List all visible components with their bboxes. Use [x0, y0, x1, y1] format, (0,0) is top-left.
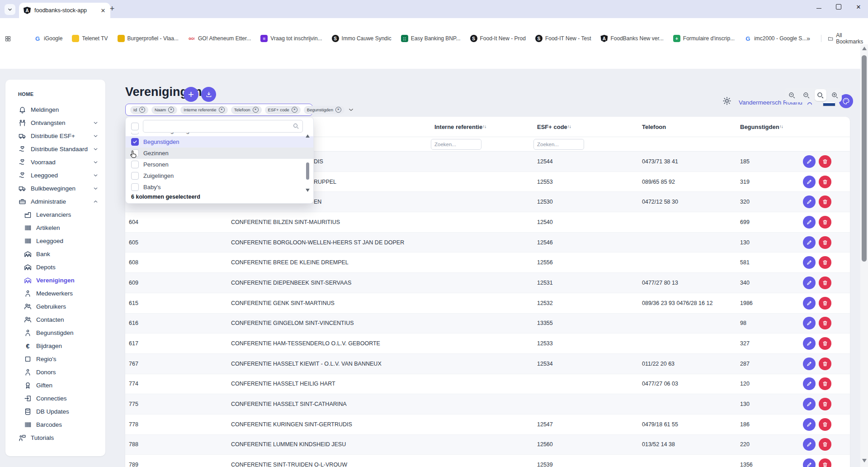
chip-remove-icon[interactable]: ✕ — [139, 107, 145, 113]
bookmark-item[interactable]: SFood-IT New - Test — [535, 35, 591, 42]
chip-remove-icon[interactable]: ✕ — [168, 107, 174, 113]
sidebar-item-tutorials[interactable]: Tutorials — [5, 431, 105, 444]
bookmark-item[interactable]: +Formulaire d'inscrip... — [673, 35, 735, 42]
bookmarks-overflow-button[interactable]: » — [807, 35, 810, 42]
chip-remove-icon[interactable]: ✕ — [292, 107, 297, 113]
column-header-esf-code[interactable]: ESF+ code↑↓ — [533, 124, 638, 130]
sidebar-item-voorraad[interactable]: Voorraad — [5, 156, 105, 169]
checkbox[interactable] — [131, 172, 139, 180]
zoom-out-button[interactable] — [786, 89, 798, 101]
bookmark-item[interactable]: Telenet TV — [72, 35, 108, 42]
delete-button[interactable] — [819, 458, 831, 467]
sidebar-item-barcodes[interactable]: Barcodes — [5, 418, 105, 431]
edit-button[interactable] — [803, 458, 816, 467]
column-header-begunstigden[interactable]: Begunstigden↑↓ — [736, 124, 799, 130]
dropdown-scrollbar[interactable] — [306, 134, 310, 192]
delete-button[interactable] — [819, 216, 831, 229]
delete-button[interactable] — [819, 276, 831, 289]
checkbox[interactable] — [131, 183, 139, 191]
window-minimize-button[interactable] — [816, 4, 822, 10]
edit-button[interactable] — [803, 155, 816, 168]
chip-remove-icon[interactable]: ✕ — [253, 107, 259, 113]
search-esf-code-input[interactable] — [533, 139, 584, 150]
tab-close-icon[interactable]: ✕ — [99, 7, 107, 14]
tab-search-button[interactable] — [5, 4, 15, 15]
column-option-gezinnen[interactable]: Gezinnen — [126, 148, 313, 159]
delete-button[interactable] — [819, 418, 831, 431]
sort-icon[interactable]: ↑↓ — [779, 124, 783, 129]
delete-button[interactable] — [819, 297, 831, 310]
column-option-zuigelingen[interactable]: Zuigelingen — [126, 170, 313, 181]
bookmark-item[interactable]: ::Easy Banking BNP... — [401, 35, 461, 42]
edit-button[interactable] — [803, 317, 816, 329]
all-bookmarks-button[interactable]: All Bookmarks — [828, 32, 864, 45]
bookmark-item[interactable]: AFoodBanks New ver... — [600, 35, 663, 42]
new-tab-button[interactable]: + — [108, 5, 117, 14]
sort-icon[interactable]: ↑↓ — [482, 124, 486, 129]
edit-button[interactable] — [803, 297, 816, 310]
download-button[interactable] — [201, 87, 216, 102]
column-chips-bar[interactable]: Id✕Naam✕Interne referentie✕Telefoon✕ESF+… — [125, 104, 313, 116]
sidebar-item-leveranciers[interactable]: Leveranciers — [5, 208, 105, 221]
edit-button[interactable] — [803, 216, 816, 229]
edit-button[interactable] — [803, 176, 816, 188]
delete-button[interactable] — [819, 195, 831, 208]
scroll-down-icon[interactable] — [862, 459, 867, 462]
window-close-button[interactable]: ✕ — [855, 4, 862, 10]
bookmark-item[interactable]: SFood-It New - Prod — [470, 35, 526, 42]
sidebar-item-regio-s[interactable]: Regio's — [5, 353, 105, 366]
column-chip-interne-referentie[interactable]: Interne referentie✕ — [180, 106, 227, 114]
bookmark-item[interactable]: Burgerprofiel - Vlaa... — [118, 35, 179, 42]
delete-button[interactable] — [819, 438, 831, 451]
sidebar-item-distributie-standaard[interactable]: Distributie Standaard — [5, 143, 105, 156]
column-chip-telefoon[interactable]: Telefoon✕ — [231, 106, 262, 114]
page-scrollbar[interactable] — [860, 44, 868, 467]
sidebar-item-giften[interactable]: Giften — [5, 379, 105, 392]
bookmark-item[interactable]: ≡Vraag tot inschrijvin... — [260, 35, 322, 42]
sidebar-item-administratie[interactable]: Administratie — [5, 195, 105, 208]
theme-toggle-button[interactable] — [722, 96, 731, 105]
delete-button[interactable] — [819, 357, 831, 370]
checkbox[interactable] — [131, 133, 139, 134]
chip-remove-icon[interactable]: ✕ — [335, 107, 341, 113]
column-chip-begunstigden[interactable]: Begunstigden✕ — [304, 106, 344, 114]
window-maximize-button[interactable] — [835, 4, 842, 10]
edit-button[interactable] — [803, 398, 816, 410]
column-option-begunstigden[interactable]: Begunstigden — [126, 136, 313, 148]
column-search-input[interactable] — [143, 120, 303, 133]
sidebar-item-artikelen[interactable]: Artikelen — [5, 221, 105, 234]
sidebar-item-bijdragen[interactable]: €Bijdragen — [5, 339, 105, 353]
edit-button[interactable] — [803, 195, 816, 208]
sidebar-item-verenigingen[interactable]: Verenigingen — [5, 274, 105, 287]
column-header-telefoon[interactable]: Telefoon — [638, 124, 736, 130]
sidebar-item-leeggoed[interactable]: Leeggoed — [5, 169, 105, 182]
edit-button[interactable] — [803, 236, 816, 249]
column-option-beheer-begunstigden[interactable]: Beheer begunstigden — [126, 133, 313, 136]
delete-button[interactable] — [819, 337, 831, 350]
sidebar-item-meldingen[interactable]: Meldingen — [5, 103, 105, 116]
edit-button[interactable] — [803, 418, 816, 431]
bookmark-item[interactable]: GO!GO! Atheneum Etter... — [188, 35, 251, 42]
sidebar-item-distributie-esf-[interactable]: Distributie ESF+ — [5, 129, 105, 143]
delete-button[interactable] — [819, 377, 831, 390]
sidebar-item-donors[interactable]: Donors — [5, 366, 105, 379]
sidebar-item-bulkbewegingen[interactable]: Bulkbewegingen — [5, 182, 105, 195]
sidebar-item-connecties[interactable]: Connecties — [5, 392, 105, 405]
column-chip-id[interactable]: Id✕ — [130, 106, 148, 114]
sidebar-item-ontvangsten[interactable]: Ontvangsten — [5, 116, 105, 129]
select-all-checkbox[interactable] — [131, 123, 139, 130]
column-option-baby-s[interactable]: Baby's — [126, 181, 313, 193]
chips-chevron-down-icon[interactable] — [348, 106, 354, 113]
delete-button[interactable] — [819, 317, 831, 329]
search-button[interactable] — [815, 89, 826, 101]
sidebar-item-contacten[interactable]: Contacten — [5, 313, 105, 326]
delete-button[interactable] — [819, 236, 831, 249]
delete-button[interactable] — [819, 155, 831, 168]
scrollbar-thumb[interactable] — [862, 55, 867, 262]
bookmark-item[interactable]: Gimc2000 - Google S... — [744, 35, 807, 42]
add-organization-button[interactable]: + — [184, 87, 198, 102]
sidebar-item-db-updates[interactable]: DB Updates — [5, 405, 105, 418]
chip-remove-icon[interactable]: ✕ — [219, 107, 225, 113]
zoom-reset-button[interactable] — [800, 89, 812, 101]
edit-button[interactable] — [803, 377, 816, 390]
